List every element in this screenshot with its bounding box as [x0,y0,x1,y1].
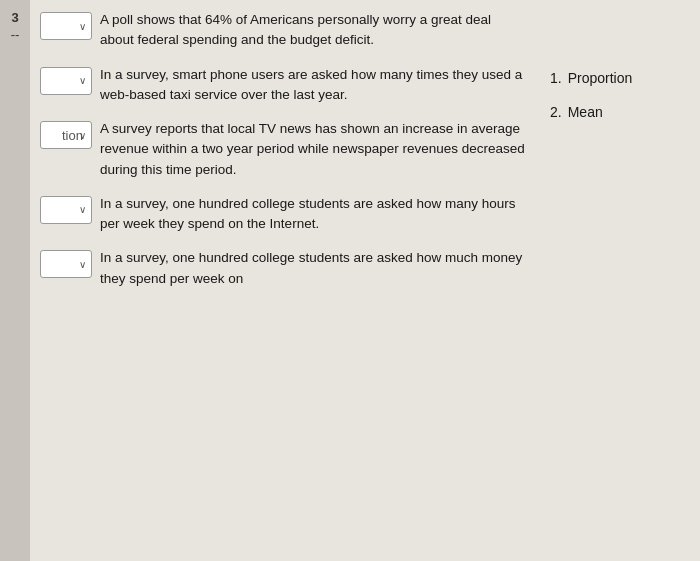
question-text-3: A survey reports that local TV news has … [100,119,525,180]
answer-number-1: 1. [550,70,562,86]
tion-label: tion [62,128,83,143]
dropdown-arrow-4: ∨ [79,204,86,215]
answer-item-2: 2.Mean [550,104,690,120]
question-text-1: A poll shows that 64% of Americans perso… [100,10,525,51]
dropdown-1[interactable]: ∨ [40,12,92,40]
question-row-5: ∨In a survey, one hundred college studen… [40,248,525,289]
dropdown-arrow-1: ∨ [79,21,86,32]
answer-number-2: 2. [550,104,562,120]
dropdown-2[interactable]: ∨ [40,67,92,95]
dropdown-5[interactable]: ∨ [40,250,92,278]
dropdown-arrow-2: ∨ [79,75,86,86]
questions-container: ∨A poll shows that 64% of Americans pers… [40,10,525,289]
right-panel: 1.Proportion2.Mean [545,0,700,561]
dropdown-arrow-5: ∨ [79,259,86,270]
question-text-2: In a survey, smart phone users are asked… [100,65,525,106]
question-row-3: ∨A survey reports that local TV news has… [40,119,525,180]
question-row-1: ∨A poll shows that 64% of Americans pers… [40,10,525,51]
main-content: tion ∨A poll shows that 64% of Americans… [30,0,545,561]
question-text-5: In a survey, one hundred college student… [100,248,525,289]
answer-label-1: Proportion [568,70,633,86]
question-row-4: ∨In a survey, one hundred college studen… [40,194,525,235]
left-panel: 3 -- [0,0,30,561]
dropdown-4[interactable]: ∨ [40,196,92,224]
answer-list: 1.Proportion2.Mean [550,70,690,120]
question-row-2: ∨In a survey, smart phone users are aske… [40,65,525,106]
answer-label-2: Mean [568,104,603,120]
question-text-4: In a survey, one hundred college student… [100,194,525,235]
answer-item-1: 1.Proportion [550,70,690,86]
question-number: 3 [11,10,18,25]
question-dash: -- [11,27,20,42]
